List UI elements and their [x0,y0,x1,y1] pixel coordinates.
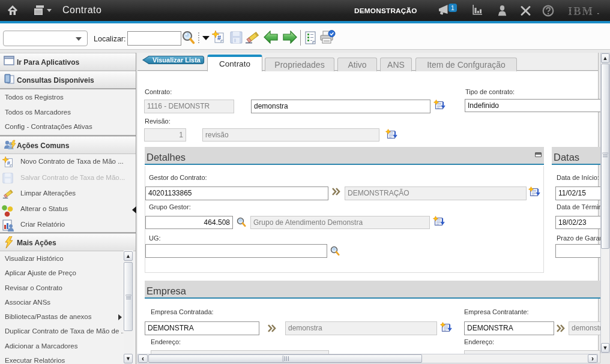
svg-text:#: # [217,34,221,41]
svg-text:IBM: IBM [568,6,594,17]
svg-text:#: # [7,160,11,166]
svg-text:Visualizar Lista: Visualizar Lista [152,56,201,64]
